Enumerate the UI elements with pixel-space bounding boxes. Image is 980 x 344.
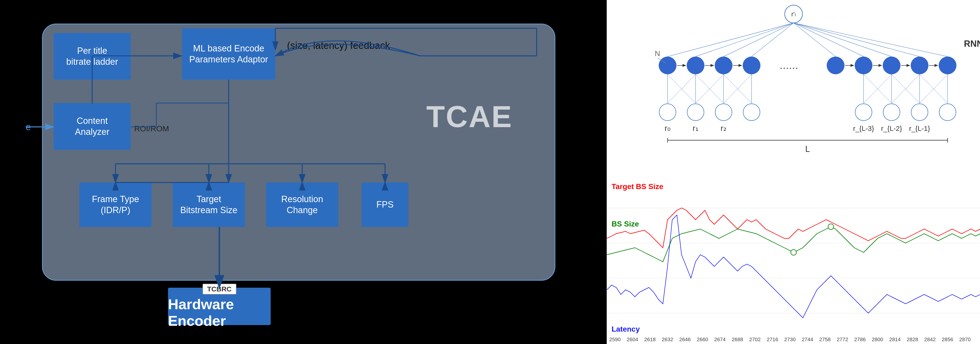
chart-svg: 2590 2604 2618 2632 2646 2660 2674 2688 …	[607, 173, 980, 344]
svg-point-56	[911, 56, 928, 74]
rnn-label: RNN	[964, 39, 980, 49]
svg-point-90	[883, 104, 900, 121]
svg-text:2688: 2688	[732, 336, 743, 342]
svg-text:L: L	[805, 144, 810, 154]
svg-point-89	[855, 104, 872, 121]
feedback-text: (size, latency) feedback	[287, 40, 390, 51]
svg-point-85	[659, 104, 676, 121]
left-panel: TCAE e Per title bitrate ladder ML based…	[0, 0, 607, 344]
tcbrc-badge: TCBRC	[202, 284, 236, 294]
svg-point-57	[939, 56, 956, 74]
main-container: TCAE e Per title bitrate ladder ML based…	[0, 0, 980, 344]
svg-text:r₁: r₁	[692, 124, 698, 133]
svg-text:2730: 2730	[784, 336, 795, 342]
svg-text:2856: 2856	[942, 336, 953, 342]
roi-label: ROI/ROM	[134, 124, 169, 133]
block-fps: FPS	[362, 182, 408, 227]
svg-text:2674: 2674	[714, 336, 725, 342]
svg-text:2660: 2660	[697, 336, 708, 342]
svg-text:2618: 2618	[644, 336, 655, 342]
svg-text:2646: 2646	[679, 336, 690, 342]
svg-text:2716: 2716	[767, 336, 778, 342]
block-per-title: Per title bitrate ladder	[54, 33, 130, 80]
tcae-label: TCAE	[426, 99, 512, 134]
svg-point-88	[743, 104, 760, 121]
block-frame-type: Frame Type (IDR/P)	[80, 182, 152, 227]
svg-point-86	[687, 104, 704, 121]
chart-label-target-bs: Target BS Size	[612, 182, 663, 191]
svg-point-91	[911, 104, 928, 121]
svg-point-55	[883, 56, 900, 74]
svg-text:N: N	[655, 49, 660, 58]
svg-text:2772: 2772	[837, 336, 848, 342]
block-hardware-encoder: TCBRC Hardware Encoder	[168, 288, 270, 325]
svg-text:2870: 2870	[959, 336, 970, 342]
svg-text:2604: 2604	[627, 336, 638, 342]
svg-point-48	[659, 56, 676, 74]
svg-point-92	[939, 104, 956, 121]
svg-text:2744: 2744	[802, 336, 813, 342]
svg-rect-36	[607, 0, 980, 173]
svg-text:2842: 2842	[924, 336, 935, 342]
svg-point-53	[827, 56, 845, 74]
svg-text:2632: 2632	[662, 336, 673, 342]
svg-text:2786: 2786	[854, 336, 865, 342]
svg-point-49	[687, 56, 705, 74]
right-panel: RNN r'ₗ ......	[607, 0, 980, 344]
svg-text:r₀: r₀	[665, 124, 670, 133]
tcae-wrapper: TCAE e Per title bitrate ladder ML based…	[23, 14, 583, 330]
svg-point-50	[715, 56, 732, 74]
block-target-bs: Target Bitstream Size	[173, 182, 245, 227]
chart-area: Target BS Size BS Size Latency	[607, 173, 980, 344]
chart-label-latency: Latency	[612, 325, 640, 333]
nn-svg: RNN r'ₗ ......	[607, 0, 980, 173]
svg-text:r_{L-3}: r_{L-3}	[853, 125, 874, 132]
svg-text:2814: 2814	[889, 336, 900, 342]
svg-text:r'ₗ: r'ₗ	[791, 11, 796, 18]
svg-text:r_{L-1}: r_{L-1}	[909, 125, 930, 132]
svg-rect-106	[607, 173, 980, 344]
svg-text:2800: 2800	[872, 336, 883, 342]
svg-point-51	[743, 56, 760, 74]
svg-point-112	[828, 224, 834, 229]
input-arrow-label: e	[25, 122, 31, 132]
svg-text:......: ......	[780, 59, 798, 71]
block-resolution-change: Resolution Change	[266, 182, 338, 227]
svg-text:2702: 2702	[749, 336, 760, 342]
svg-text:2590: 2590	[609, 336, 620, 342]
svg-point-87	[715, 104, 732, 121]
svg-text:r₂: r₂	[721, 124, 726, 133]
svg-point-54	[855, 56, 872, 74]
nn-diagram: RNN r'ₗ ......	[607, 0, 980, 173]
svg-point-111	[791, 250, 796, 255]
svg-text:r_{L-2}: r_{L-2}	[881, 125, 902, 132]
svg-text:2758: 2758	[819, 336, 830, 342]
chart-label-bs-size: BS Size	[612, 220, 639, 228]
block-content-analyzer: Content Analyzer	[54, 103, 130, 150]
svg-text:2828: 2828	[907, 336, 918, 342]
block-ml-encode: ML based Encode Parameters Adaptor	[182, 28, 275, 80]
